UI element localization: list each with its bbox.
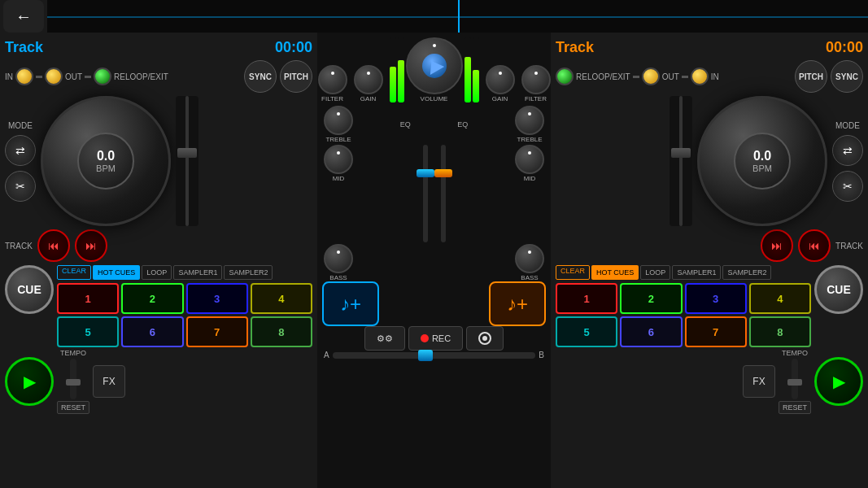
right-sampler1-tab[interactable]: SAMPLER1	[672, 265, 721, 280]
left-jog-wheel[interactable]: 0.0 BPM	[41, 96, 171, 226]
add-music-right-icon: ♪+	[507, 293, 528, 316]
add-track-right-button[interactable]: ♪+	[489, 281, 546, 326]
left-pad-8[interactable]: 8	[251, 316, 312, 347]
right-sync-button[interactable]: SYNC	[831, 60, 863, 93]
right-reset-button[interactable]: RESET	[779, 401, 811, 414]
right-pitch-slider[interactable]	[670, 96, 692, 226]
left-sync-button[interactable]: SYNC	[244, 60, 277, 93]
right-prev-track-button[interactable]: ⏮	[798, 229, 831, 262]
left-prev-track-button[interactable]: ⏮	[37, 229, 70, 262]
left-sampler1-tab[interactable]: SAMPLER1	[173, 265, 222, 280]
right-pad-4[interactable]: 4	[749, 283, 811, 314]
right-sampler2-tab[interactable]: SAMPLER2	[722, 265, 771, 280]
right-pads-area: CUE CLEAR HOT CUES LOOP SAMPLER1 SAMPLER…	[556, 265, 863, 347]
treble-right-knob[interactable]	[515, 106, 544, 135]
left-fader-thumb[interactable]	[417, 169, 434, 177]
right-pads-grid: 1 2 3 4 5 6 7 8	[556, 283, 811, 347]
right-fader-body[interactable]	[441, 145, 446, 242]
left-fx-button[interactable]: FX	[93, 365, 125, 398]
left-play-button[interactable]: ▶	[5, 357, 54, 406]
right-out-led[interactable]	[642, 68, 660, 85]
left-pitch-slider[interactable]	[176, 96, 198, 226]
right-tempo-handle[interactable]	[787, 379, 802, 386]
left-tempo-handle[interactable]	[66, 379, 81, 386]
right-time-display: 00:00	[826, 39, 863, 56]
left-tempo-track[interactable]	[70, 359, 76, 399]
filter-right-knob[interactable]	[521, 65, 551, 94]
right-clear-button[interactable]: CLEAR	[556, 265, 590, 280]
gain-left-knob[interactable]	[354, 65, 383, 94]
right-bpm-label: BPM	[752, 163, 772, 173]
right-tempo-track[interactable]	[792, 359, 798, 399]
right-reloop-led[interactable]	[556, 68, 574, 85]
volume-knob[interactable]	[406, 37, 463, 94]
right-fx-button[interactable]: FX	[743, 365, 775, 398]
filter-right-label: FILTER	[525, 95, 547, 102]
left-pad-4[interactable]: 4	[251, 283, 312, 314]
left-clear-button[interactable]: CLEAR	[57, 265, 91, 280]
left-pad-1[interactable]: 1	[57, 283, 119, 314]
right-play-button[interactable]: ▶	[814, 357, 863, 406]
right-pad-8[interactable]: 8	[749, 316, 811, 347]
left-pad-2[interactable]: 2	[121, 283, 183, 314]
right-pad-2[interactable]: 2	[620, 283, 682, 314]
left-pad-6[interactable]: 6	[121, 316, 183, 347]
bass-left-knob[interactable]	[324, 244, 353, 273]
right-pad-3[interactable]: 3	[685, 283, 747, 314]
left-in-led[interactable]	[15, 68, 33, 85]
right-mode-btn-1[interactable]: ⇄	[832, 135, 863, 166]
right-mode-btn-2[interactable]: ✂	[832, 171, 863, 202]
left-in-label: IN	[5, 72, 13, 81]
waveform	[47, 0, 868, 33]
mid-left-knob[interactable]	[324, 145, 353, 174]
right-pitch-handle[interactable]	[671, 148, 691, 158]
right-pitch-button[interactable]: PITCH	[795, 60, 827, 93]
rec-button[interactable]: REC	[408, 326, 463, 351]
left-pad-7[interactable]: 7	[186, 316, 248, 347]
left-fader-body[interactable]	[423, 145, 428, 242]
waveform-marker	[458, 0, 460, 33]
right-channel-fader	[441, 145, 446, 242]
left-pad-5[interactable]: 5	[57, 316, 119, 347]
right-next-track-button[interactable]: ⏭	[761, 229, 793, 262]
main-layout: Track 00:00 IN OUT RELOOP/EXIT SYNC PITC…	[0, 33, 868, 488]
add-track-left-button[interactable]: ♪+	[322, 281, 379, 326]
left-pitch-button[interactable]: PITCH	[280, 60, 312, 93]
back-button[interactable]: ←	[3, 0, 44, 33]
mixer-controls-button[interactable]: ⚙⚙	[364, 326, 405, 351]
left-reset-button[interactable]: RESET	[57, 401, 89, 414]
left-loop-tab[interactable]: LOOP	[142, 265, 172, 280]
right-pad-7[interactable]: 7	[685, 316, 747, 347]
left-out-led[interactable]	[45, 68, 63, 85]
gain-right-knob[interactable]	[486, 65, 515, 94]
right-cue-button[interactable]: CUE	[814, 265, 863, 314]
left-pitch-handle[interactable]	[177, 148, 197, 158]
left-pads-right: CLEAR HOT CUES LOOP SAMPLER1 SAMPLER2 1 …	[57, 265, 312, 347]
filter-left-knob[interactable]	[318, 65, 347, 94]
right-hot-cues-tab[interactable]: HOT CUES	[591, 265, 639, 280]
left-jog-area: MODE ⇄ ✂ 0.0 BPM	[5, 96, 312, 226]
right-reloop-label: RELOOP/EXIT	[576, 72, 630, 81]
right-fader-thumb[interactable]	[434, 169, 452, 177]
crossfader-knob[interactable]	[418, 350, 433, 361]
right-pad-5[interactable]: 5	[556, 316, 617, 347]
left-pad-3[interactable]: 3	[186, 283, 248, 314]
mid-right-knob[interactable]	[515, 145, 544, 174]
left-cue-button[interactable]: CUE	[5, 265, 54, 314]
left-mode-btn-2[interactable]: ✂	[5, 171, 36, 202]
right-pad-1[interactable]: 1	[556, 283, 617, 314]
bass-right-knob[interactable]	[515, 244, 544, 273]
right-jog-wheel[interactable]: 0.0 BPM	[697, 96, 827, 226]
left-hot-cues-tab[interactable]: HOT CUES	[93, 265, 140, 280]
treble-left-knob[interactable]	[324, 106, 353, 135]
left-sampler2-tab[interactable]: SAMPLER2	[224, 265, 273, 280]
right-in-led[interactable]	[691, 68, 709, 85]
left-next-track-button[interactable]: ⏭	[75, 229, 107, 262]
channel-faders	[423, 145, 446, 242]
right-pad-6[interactable]: 6	[620, 316, 682, 347]
left-reloop-led[interactable]	[94, 68, 111, 85]
crossfader-bar[interactable]	[333, 352, 536, 359]
left-mode-btn-1[interactable]: ⇄	[5, 135, 36, 166]
target-button[interactable]	[466, 326, 504, 351]
right-loop-tab[interactable]: LOOP	[640, 265, 670, 280]
